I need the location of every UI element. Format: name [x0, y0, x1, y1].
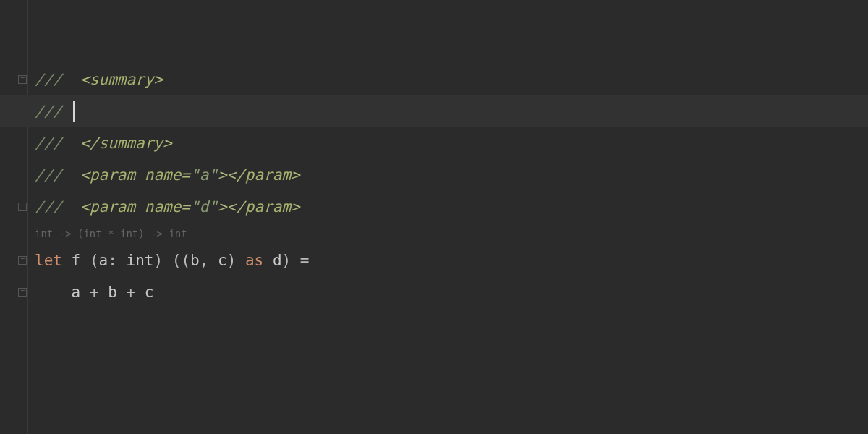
code-token: c	[218, 252, 227, 269]
code-token: d	[273, 252, 282, 269]
code-token	[35, 284, 72, 301]
code-token: ) =	[282, 252, 310, 269]
code-token: ///	[35, 135, 72, 152]
code-token: let	[35, 252, 62, 269]
code-token	[263, 252, 273, 269]
blank-line	[35, 0, 868, 64]
code-token: +	[80, 284, 108, 301]
code-token: </	[72, 135, 99, 152]
code-token: ///	[35, 71, 72, 88]
code-line[interactable]: a + b + c	[35, 276, 868, 308]
code-line[interactable]: /// <param name="a"></param>	[35, 159, 868, 191]
code-token: name	[145, 198, 182, 216]
code-line[interactable]: let f (a: int) ((b, c) as d) =	[35, 244, 868, 276]
fold-marker-icon[interactable]	[18, 75, 27, 84]
code-token: b	[190, 252, 200, 269]
code-token: param	[245, 198, 291, 216]
code-token: summary	[99, 135, 163, 152]
code-token: ,	[200, 252, 218, 269]
code-token: ///	[35, 198, 72, 216]
text-cursor	[73, 101, 75, 122]
code-token: summary	[90, 71, 154, 88]
code-token: <	[72, 71, 90, 88]
code-token	[62, 252, 72, 269]
code-token: "d"	[190, 198, 218, 216]
code-token: param	[90, 166, 135, 184]
code-token: f	[72, 252, 81, 269]
code-token: <	[72, 166, 90, 184]
code-token: param	[245, 166, 291, 184]
code-token: param	[90, 198, 135, 216]
code-token: ) ((	[153, 252, 190, 269]
code-line[interactable]: /// <param name="d"></param>	[35, 191, 868, 223]
code-token	[135, 198, 145, 216]
code-token: ///	[35, 103, 72, 120]
code-line[interactable]: /// </summary>	[35, 127, 868, 159]
code-token: a	[72, 284, 81, 301]
code-token: >	[153, 71, 163, 88]
code-token: >	[291, 198, 300, 216]
code-token: >	[291, 166, 300, 184]
code-token: :	[108, 252, 117, 269]
fold-marker-icon[interactable]	[18, 256, 27, 265]
code-token: =	[181, 166, 190, 184]
code-token: b	[108, 284, 117, 301]
code-token: )	[227, 252, 245, 269]
editor-gutter	[0, 0, 29, 434]
fold-marker-icon[interactable]	[18, 203, 27, 211]
code-token: >	[163, 135, 172, 152]
code-line[interactable]: /// <summary>	[35, 64, 868, 95]
fold-marker-icon[interactable]	[18, 288, 27, 297]
code-token: =	[181, 198, 190, 216]
code-token: int	[127, 252, 154, 269]
code-token: +	[117, 284, 145, 301]
code-token: c	[145, 284, 154, 301]
code-token: a	[99, 252, 109, 269]
code-editor[interactable]: /// <summary>/// /// </summary>/// <para…	[35, 0, 868, 308]
code-token	[135, 166, 145, 184]
type-hint-text: int -> (int * int) -> int	[35, 228, 187, 239]
code-line[interactable]: ///	[0, 95, 868, 127]
code-token: (	[80, 252, 98, 269]
code-token	[117, 252, 127, 269]
code-token: ///	[35, 166, 72, 184]
code-token: "a"	[190, 166, 218, 184]
code-token: ></	[218, 198, 245, 216]
gutter-divider	[27, 0, 28, 434]
code-token: ></	[218, 166, 245, 184]
code-token: <	[72, 198, 90, 216]
code-token: name	[145, 166, 182, 184]
type-hint: int -> (int * int) -> int	[35, 223, 868, 244]
code-token: as	[245, 252, 263, 269]
